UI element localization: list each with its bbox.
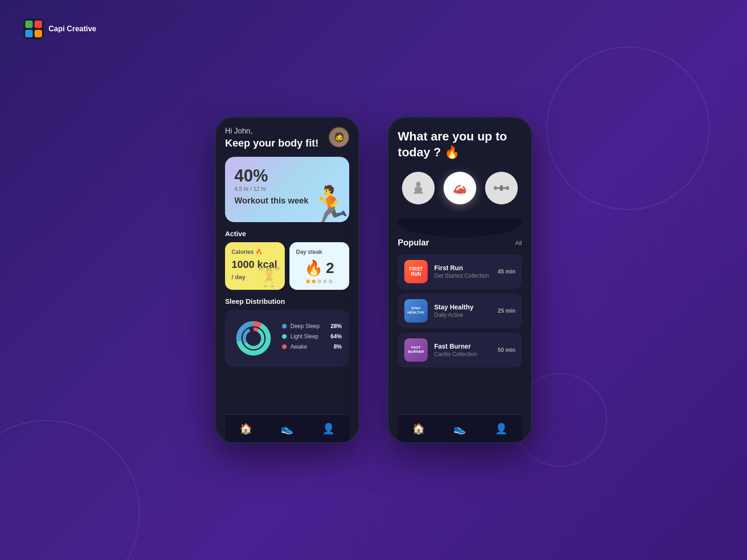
sleep-donut-chart — [233, 317, 275, 359]
phone1-header: Hi John, Keep your body fit! 🧔 — [225, 127, 349, 149]
calories-label: Calories 🔥 — [232, 249, 278, 255]
nav2-shoe-icon[interactable]: 👟 — [453, 423, 466, 435]
logo-icon — [23, 19, 44, 39]
light-sleep-dot — [282, 334, 287, 339]
workout-item-stay-healthy[interactable]: STAYHEALTHY Stay Healthy Daily Active 25… — [398, 294, 522, 328]
phone-1: Hi John, Keep your body fit! 🧔 40% 4,5 h… — [215, 117, 359, 443]
activity-row — [398, 172, 522, 204]
phone1-content: Hi John, Keep your body fit! 🧔 40% 4,5 h… — [216, 118, 359, 442]
legend-awake: Awake 8% — [282, 343, 342, 350]
nav-home-icon[interactable]: 🏠 — [240, 423, 252, 435]
first-run-name: First Run — [434, 264, 491, 272]
popular-header: Popular All — [398, 238, 522, 248]
workout-item-first-run[interactable]: FIRSTRUN First Run Get Started Collectio… — [398, 254, 522, 289]
svg-point-12 — [416, 182, 421, 187]
svg-rect-1 — [25, 21, 33, 28]
streak-dot-1 — [306, 280, 310, 283]
phones-wrapper: Hi John, Keep your body fit! 🧔 40% 4,5 h… — [215, 117, 532, 443]
bg-decoration-2 — [546, 47, 710, 210]
avatar[interactable]: 🧔 — [329, 127, 349, 147]
phone2-bottom-nav: 🏠 👟 👤 — [398, 414, 522, 442]
streak-dots — [296, 280, 343, 283]
svg-rect-4 — [35, 30, 42, 37]
streak-number: 2 — [326, 259, 334, 277]
svg-rect-2 — [35, 21, 42, 28]
svg-point-17 — [460, 185, 463, 188]
wave-separator — [398, 218, 522, 237]
sleep-section-label: Sleep Distribution — [225, 297, 349, 305]
activity-weights[interactable] — [485, 172, 518, 204]
phone1-title: Keep your body fit! — [225, 137, 318, 149]
streak-card: Day steak 🔥 2 — [289, 242, 349, 290]
logo-text: Capi Creative — [49, 24, 96, 34]
fast-burner-duration: 50 min — [498, 347, 515, 353]
phone1-greeting-block: Hi John, Keep your body fit! — [225, 127, 318, 149]
stay-healthy-sub: Daily Active — [434, 312, 491, 318]
deep-sleep-label: Deep Sleep — [290, 323, 320, 329]
bg-decoration-1 — [0, 420, 140, 560]
streak-dot-4 — [323, 280, 327, 283]
svg-rect-13 — [415, 187, 422, 192]
sleep-section: Deep Sleep 28% Light Sleep 64% Awake 8% — [225, 310, 349, 414]
svg-rect-3 — [25, 30, 33, 37]
fast-burner-sub: Cardio Collection — [434, 351, 491, 357]
active-section-label: Active — [225, 230, 349, 238]
nav2-home-icon[interactable]: 🏠 — [412, 423, 425, 435]
awake-pct: 8% — [334, 343, 342, 350]
workout-percent: 40% — [234, 166, 340, 186]
phone-2: What are you up to today ? 🔥 — [388, 117, 532, 443]
calories-card: Calories 🔥 1000 kcal / day 🏋️ — [225, 242, 285, 290]
logo: Capi Creative — [23, 19, 96, 39]
fast-burner-thumb: FASTBURNER — [404, 338, 428, 362]
fast-burner-info: Fast Burner Cardio Collection — [434, 343, 491, 357]
workout-card: 40% 4,5 hr / 12 hr Workout this week 🏃 — [225, 157, 349, 222]
first-run-thumb: FIRSTRUN — [404, 260, 428, 283]
nav-shoe-icon[interactable]: 👟 — [281, 423, 293, 435]
activity-gym[interactable] — [402, 172, 435, 204]
nav-profile-icon[interactable]: 👤 — [322, 423, 335, 435]
sleep-card: Deep Sleep 28% Light Sleep 64% Awake 8% — [225, 310, 349, 367]
first-run-duration: 45 min — [498, 268, 515, 275]
active-row: Calories 🔥 1000 kcal / day 🏋️ Day steak … — [225, 242, 349, 290]
svg-rect-14 — [414, 192, 423, 194]
streak-fire-icon: 🔥 — [304, 259, 323, 277]
popular-all-link[interactable]: All — [515, 239, 522, 246]
awake-dot — [282, 344, 287, 349]
activity-run[interactable] — [444, 172, 476, 204]
legend-deep-sleep: Deep Sleep 28% — [282, 323, 342, 329]
stay-healthy-duration: 25 min — [498, 308, 515, 314]
first-run-info: First Run Get Started Collection — [434, 264, 491, 279]
stay-healthy-name: Stay Healthy — [434, 303, 491, 311]
streak-center: 🔥 2 — [296, 259, 343, 277]
streak-dot-3 — [317, 280, 321, 283]
phone2-content: What are you up to today ? 🔥 — [388, 118, 531, 442]
stay-healthy-thumb: STAYHEALTHY — [404, 299, 428, 322]
streak-title: Day steak — [296, 249, 343, 255]
phone1-bottom-nav: 🏠 👟 👤 — [225, 414, 349, 442]
fire-icon: 🔥 — [255, 249, 262, 255]
workout-item-fast-burner[interactable]: FASTBURNER Fast Burner Cardio Collection… — [398, 333, 522, 367]
light-sleep-label: Light Sleep — [290, 333, 318, 340]
awake-label: Awake — [290, 343, 307, 350]
popular-title: Popular — [398, 238, 429, 248]
svg-rect-21 — [500, 185, 503, 191]
first-run-sub: Get Started Collection — [434, 273, 491, 279]
deep-sleep-pct: 28% — [331, 323, 342, 329]
phone1-greeting: Hi John, — [225, 127, 318, 135]
streak-dot-2 — [312, 280, 316, 283]
legend-light-sleep: Light Sleep 64% — [282, 333, 342, 340]
sleep-legend: Deep Sleep 28% Light Sleep 64% Awake 8% — [282, 323, 342, 354]
workout-figure: 🏃 — [307, 187, 349, 222]
dumbbell-icon: 🏋️ — [257, 265, 281, 287]
stay-healthy-info: Stay Healthy Daily Active — [434, 303, 491, 318]
streak-dot-5 — [329, 280, 332, 283]
nav2-profile-icon[interactable]: 👤 — [495, 423, 507, 435]
phone2-question: What are you up to today ? 🔥 — [398, 129, 522, 161]
fast-burner-name: Fast Burner — [434, 343, 491, 350]
deep-sleep-dot — [282, 324, 287, 329]
light-sleep-pct: 64% — [331, 333, 342, 340]
